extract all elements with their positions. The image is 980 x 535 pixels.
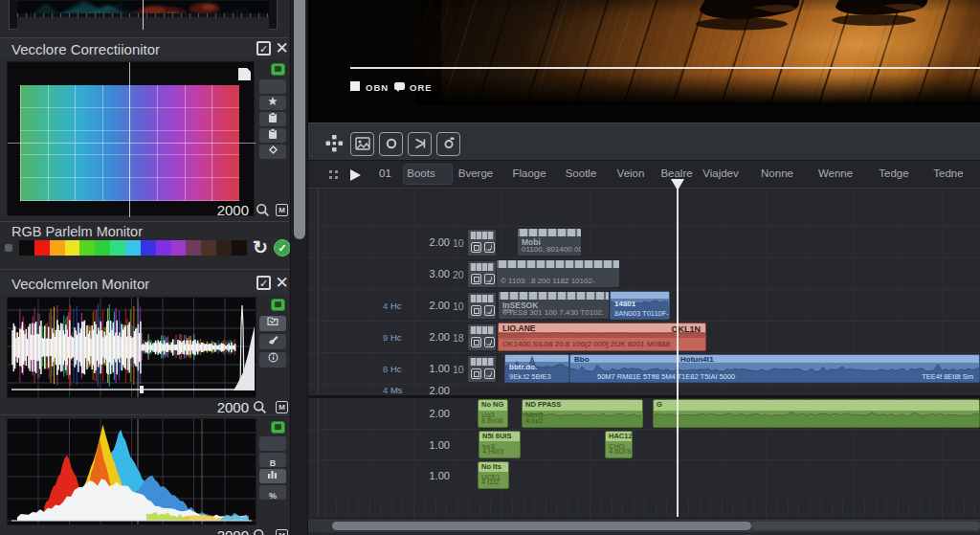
track-fx-button[interactable] [484, 242, 495, 253]
track-label[interactable]: 2.00 [408, 385, 450, 396]
panel3-magnifier-icon[interactable] [253, 400, 267, 414]
timeline-clip[interactable]: 148018AN003 T0110F- [610, 291, 670, 320]
timeline-clip[interactable]: N5I 6UIStre34 H0I3 [479, 431, 521, 458]
track-label[interactable]: 1.00 [408, 363, 450, 374]
timeline-clip[interactable]: LIO.ANEGA191OK1400 SIL08 20.8 106(2 000]… [498, 323, 706, 351]
timeline-clip[interactable]: G [653, 399, 980, 428]
ruler-label-flaoge[interactable]: Flaoge [512, 167, 546, 179]
move-tool-icon[interactable] [324, 134, 344, 153]
timeline-clip[interactable]: BboHotun4t150M7 RM81E 5Tff8 5M4 T1E82 T5… [569, 354, 980, 383]
panel1-enable-checkbox[interactable]: ✓ [256, 41, 271, 56]
track-type-badge[interactable]: 4 Hc [383, 301, 402, 311]
track-header-box[interactable] [467, 229, 497, 256]
timeline-body[interactable]: 2.00103.00204 Hc2.00109 Hc2.00188 Hc1.00… [308, 189, 980, 535]
track-label[interactable]: 2.00 [408, 300, 450, 311]
ruler-label-sootle[interactable]: Sootle [566, 167, 597, 179]
timeline-play-icon[interactable] [350, 169, 361, 181]
stop-square-icon[interactable] [350, 81, 360, 91]
mini-scope-playhead[interactable] [143, 0, 144, 30]
sidebar-scrollbar-track[interactable] [290, 0, 308, 535]
track-mute-button[interactable] [471, 368, 481, 379]
timeline-clip[interactable]: bbtr.do.9Ek.t2 5BfE3 [504, 354, 569, 383]
timeline-clip[interactable]: InSESOKwto©TES8 301 100 7.430 T0102. [498, 291, 610, 320]
side-button-star-icon[interactable] [259, 96, 286, 110]
comment-icon[interactable] [394, 82, 405, 90]
track-type-badge[interactable]: 9 Hc [383, 332, 402, 343]
color-swatch[interactable] [171, 240, 187, 256]
refresh-icon[interactable]: ↻ [253, 239, 268, 256]
timeline-grip-icon[interactable] [329, 170, 332, 173]
color-swatch[interactable] [156, 240, 171, 256]
color-swatch[interactable] [50, 240, 65, 256]
color-swatch[interactable] [141, 240, 156, 256]
side-button-b-icon[interactable]: B [259, 453, 286, 467]
ruler-label-tedne[interactable]: Tedne [933, 167, 963, 179]
image-tool-button[interactable] [350, 132, 374, 156]
ruler-label-veion[interactable]: Veion [617, 167, 645, 179]
side-button-folder-icon[interactable] [259, 316, 286, 331]
playhead-line[interactable] [677, 189, 679, 517]
track-header-box[interactable] [467, 323, 497, 351]
color-swatch[interactable] [65, 240, 80, 256]
track-fx-button[interactable] [484, 274, 495, 284]
track-fx-button[interactable] [484, 337, 495, 347]
panel1-magnifier-icon[interactable] [256, 203, 270, 217]
track-label[interactable]: 1.00 [408, 439, 450, 451]
confirm-check-icon[interactable]: ✓ [274, 239, 291, 256]
color-swatch[interactable] [216, 240, 232, 256]
timeline-clip[interactable]: No NGUg38 8v08 [478, 399, 508, 428]
panel3-close-icon[interactable]: ✕ [275, 276, 289, 290]
panel3-enable-checkbox[interactable]: ✓ [256, 276, 271, 290]
track-fx-button[interactable] [484, 305, 495, 316]
timeline-clip[interactable]: ND FPASSMim54:tu/2 [522, 399, 643, 428]
track-header-box[interactable] [467, 260, 497, 288]
track-type-badge[interactable]: 8 Hc [383, 364, 402, 374]
side-button-blank[interactable] [259, 436, 286, 451]
side-button-diamond-icon[interactable] [259, 145, 286, 159]
timeline-clip[interactable]: Mobi01100, 801400 0013 [517, 228, 582, 256]
track-fx-button[interactable] [484, 368, 495, 379]
panel4-green-indicator[interactable] [271, 421, 285, 434]
track-label[interactable]: 2.00 [408, 331, 450, 343]
ruler-label-bverge[interactable]: Bverge [458, 167, 493, 179]
panel3-save-icon[interactable]: M [276, 401, 288, 413]
track-header-box[interactable] [467, 355, 497, 383]
color-swatch-bar[interactable] [19, 240, 247, 256]
side-button-percent-icon[interactable]: % [259, 485, 286, 500]
panel4-save-icon[interactable]: M [276, 529, 288, 535]
track-mute-button[interactable] [471, 274, 481, 284]
preview-progress-line[interactable] [350, 67, 980, 69]
color-swatch[interactable] [201, 240, 216, 256]
color-swatch[interactable] [186, 240, 201, 256]
timeline-clip[interactable]: © 1103: .8 200 1182 10102- [496, 259, 620, 288]
ruler-label-boots[interactable]: Boots [407, 167, 434, 179]
panel1-close-icon[interactable]: ✕ [275, 41, 289, 56]
track-label[interactable]: 1.00 [408, 470, 450, 481]
color-swatch[interactable] [110, 240, 125, 256]
side-button-bars-icon[interactable] [259, 469, 286, 483]
camera-tool-button[interactable] [436, 132, 460, 156]
side-button-info-icon[interactable] [259, 352, 286, 368]
ruler-label-wenne[interactable]: Wenne [818, 167, 853, 179]
timeline-ruler[interactable]: 01 BootsBvergeFlaogeSootleVeionBealreVia… [308, 161, 980, 189]
track-header-box[interactable] [467, 292, 497, 320]
track-label[interactable]: 2.00 [408, 408, 450, 419]
ruler-label-bealre[interactable]: Bealre [660, 167, 692, 179]
track-label[interactable]: 3.00 [408, 268, 450, 279]
panel4-magnifier-icon[interactable] [253, 528, 267, 535]
side-button-blank[interactable] [259, 79, 286, 94]
play-tool-button[interactable] [408, 132, 432, 156]
color-swatch[interactable] [79, 240, 95, 256]
side-button-clipboard-icon[interactable] [259, 112, 286, 126]
track-mute-button[interactable] [471, 337, 481, 347]
panel3-green-indicator[interactable] [271, 299, 285, 311]
track-mute-button[interactable] [471, 305, 481, 316]
timeline-clip[interactable]: HAC12CHO4 6UI'8 [605, 431, 633, 458]
ruler-label-viajdev[interactable]: Viajdev [702, 167, 739, 179]
sidebar-scrollbar-thumb[interactable] [294, 0, 305, 239]
side-button-brush-icon[interactable] [259, 334, 286, 349]
timeline-scrollbar-track[interactable] [308, 518, 980, 532]
color-swatch[interactable] [19, 240, 34, 256]
ruler-label-tedge[interactable]: Tedge [879, 167, 908, 179]
record-tool-button[interactable] [379, 132, 403, 156]
